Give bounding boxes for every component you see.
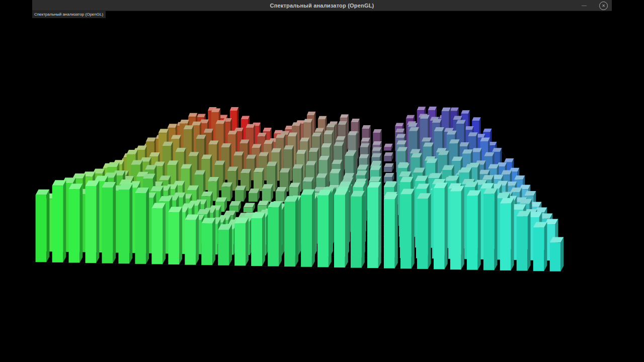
minimize-icon: — xyxy=(582,3,587,8)
minimize-button[interactable]: — xyxy=(580,0,589,11)
app-window: Спектральный анализатор (OpenGL) — ✕ Спе… xyxy=(32,0,612,362)
titlebar: Спектральный анализатор (OpenGL) — ✕ xyxy=(32,0,612,11)
close-button[interactable]: ✕ xyxy=(599,2,608,10)
spectrum-3d-visualization[interactable] xyxy=(32,11,612,362)
window-title: Спектральный анализатор (OpenGL) xyxy=(270,3,374,9)
desktop-background: Спектральный анализатор (OpenGL) — ✕ Спе… xyxy=(0,0,644,362)
close-icon: ✕ xyxy=(602,4,605,8)
